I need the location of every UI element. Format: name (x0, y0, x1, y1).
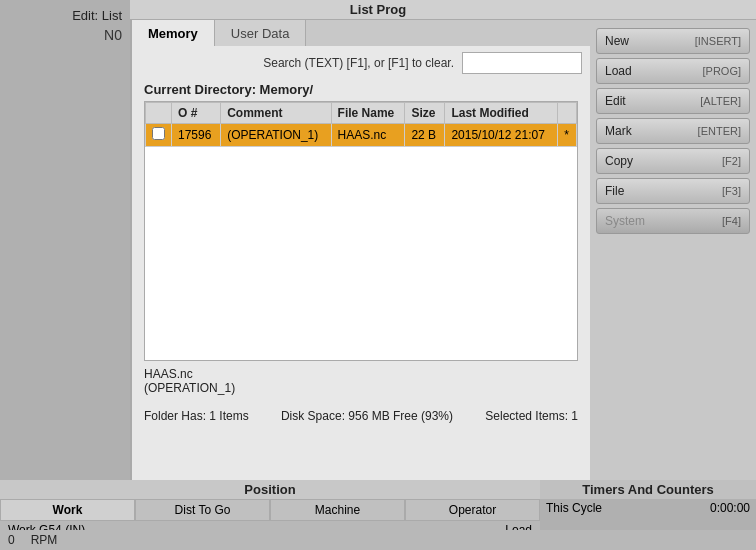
btn-key: [F4] (722, 215, 741, 227)
search-label: Search (TEXT) [F1], or [F1] to clear. (263, 56, 454, 70)
tab-user-data[interactable]: User Data (215, 20, 307, 46)
table-row[interactable]: 17596 (OPERATION_1) HAAS.nc 22 B 2015/10… (146, 124, 577, 147)
col-flag (558, 103, 577, 124)
disk-space: Disk Space: 956 MB Free (93%) (281, 409, 453, 423)
btn-key: [PROG] (702, 65, 741, 77)
file-table-wrapper: O # Comment File Name Size Last Modified… (144, 101, 578, 361)
file-table-body: 17596 (OPERATION_1) HAAS.nc 22 B 2015/10… (146, 124, 577, 147)
btn-new[interactable]: New [INSERT] (596, 28, 750, 54)
btn-label: Mark (605, 124, 632, 138)
pos-tab-machine[interactable]: Machine (270, 499, 405, 521)
btn-label: Edit (605, 94, 626, 108)
row-comment: (OPERATION_1) (221, 124, 331, 147)
col-last-modified: Last Modified (445, 103, 558, 124)
pos-tab-work[interactable]: Work (0, 499, 135, 521)
file-info-comment: (OPERATION_1) (144, 381, 578, 395)
file-info: HAAS.nc (OPERATION_1) (132, 361, 590, 401)
main-area: Memory User Data Search (TEXT) [F1], or … (130, 20, 590, 480)
btn-key: [INSERT] (695, 35, 741, 47)
file-info-name: HAAS.nc (144, 367, 578, 381)
bottom-strip: 0 RPM (0, 530, 756, 550)
btn-label: Load (605, 64, 632, 78)
btn-system[interactable]: System [F4] (596, 208, 750, 234)
this-cycle-value: 0:00:00 (710, 501, 750, 515)
search-input[interactable] (462, 52, 582, 74)
btn-key: [F3] (722, 185, 741, 197)
search-row: Search (TEXT) [F1], or [F1] to clear. (132, 46, 590, 80)
selected-items: Selected Items: 1 (485, 409, 578, 423)
position-title: Position (0, 480, 540, 499)
pos-tab-operator[interactable]: Operator (405, 499, 540, 521)
title-label: List Prog (350, 2, 406, 17)
btn-key: [F2] (722, 155, 741, 167)
row-checkbox (146, 124, 172, 147)
file-table: O # Comment File Name Size Last Modified… (145, 102, 577, 147)
right-panel: New [INSERT] Load [PROG] Edit [ALTER] Ma… (590, 20, 756, 480)
rpm-value: 0 (8, 533, 15, 547)
btn-label: System (605, 214, 645, 228)
tabs: Memory User Data (132, 20, 590, 46)
row-size: 22 B (405, 124, 445, 147)
directory-label: Current Directory: Memory/ (132, 80, 590, 101)
pos-tab-dist-to-go[interactable]: Dist To Go (135, 499, 270, 521)
btn-mark[interactable]: Mark [ENTER] (596, 118, 750, 144)
col-comment: Comment (221, 103, 331, 124)
folder-items: Folder Has: 1 Items (144, 409, 249, 423)
col-filename: File Name (331, 103, 405, 124)
btn-label: File (605, 184, 624, 198)
col-o-num: O # (172, 103, 221, 124)
tab-memory[interactable]: Memory (132, 20, 215, 46)
btn-label: Copy (605, 154, 633, 168)
this-cycle-label: This Cycle (546, 501, 602, 515)
row-filename: HAAS.nc (331, 124, 405, 147)
position-tabs: Work Dist To Go Machine Operator (0, 499, 540, 521)
n0-label: N0 (104, 27, 122, 43)
btn-load[interactable]: Load [PROG] (596, 58, 750, 84)
btn-file[interactable]: File [F3] (596, 178, 750, 204)
timers-title: Timers And Counters (540, 480, 756, 499)
btn-edit[interactable]: Edit [ALTER] (596, 88, 750, 114)
btn-label: New (605, 34, 629, 48)
table-header-row: O # Comment File Name Size Last Modified (146, 103, 577, 124)
status-bar: Folder Has: 1 Items Disk Space: 956 MB F… (132, 405, 590, 427)
col-size: Size (405, 103, 445, 124)
edit-list-label: Edit: List (72, 8, 122, 23)
btn-key: [ENTER] (698, 125, 741, 137)
row-o-num: 17596 (172, 124, 221, 147)
row-last-modified: 2015/10/12 21:07 (445, 124, 558, 147)
timers-content: This Cycle 0:00:00 (540, 499, 756, 517)
col-checkbox (146, 103, 172, 124)
left-panel: Edit: List N0 (0, 0, 130, 480)
rpm-label: RPM (31, 533, 58, 547)
btn-copy[interactable]: Copy [F2] (596, 148, 750, 174)
row-flag: * (558, 124, 577, 147)
btn-key: [ALTER] (700, 95, 741, 107)
